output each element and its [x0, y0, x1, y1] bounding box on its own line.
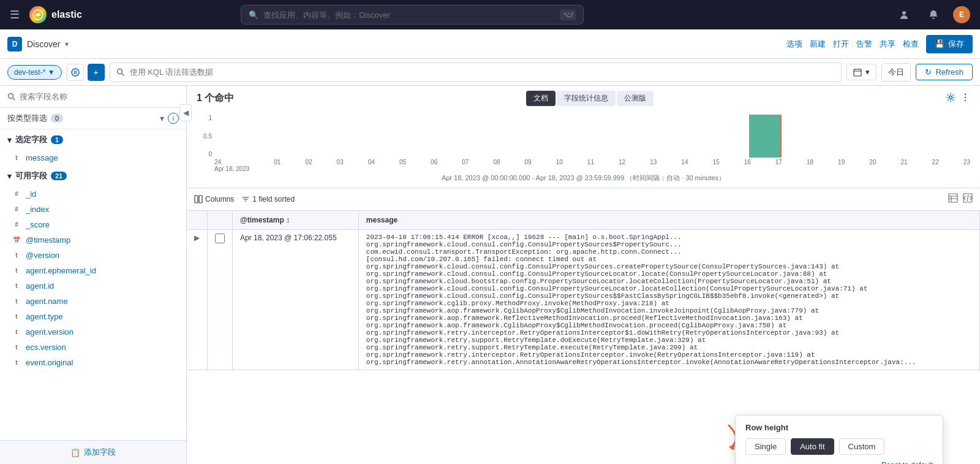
- save-icon: 💾: [935, 39, 944, 48]
- svg-point-3: [117, 69, 122, 74]
- refresh-icon: ↻: [925, 67, 932, 77]
- open-link[interactable]: 打开: [833, 39, 849, 50]
- sidebar-fields: ▾ 选定字段 1 t message ▾ 可用字段 21 # _id: [0, 129, 186, 440]
- histogram-bar-0: [214, 157, 245, 158]
- chart-area: 1 个命中 文档 字段统计信息 公测版 1: [187, 86, 980, 188]
- sidebar-search-input[interactable]: [20, 92, 179, 101]
- json-view-icon[interactable]: [963, 193, 973, 205]
- field-item-agent-type[interactable]: t agent.type: [0, 309, 186, 324]
- field-item-version[interactable]: t @version: [0, 248, 186, 263]
- field-item-_index[interactable]: # _index: [0, 202, 186, 217]
- kql-search-bar[interactable]: [110, 63, 842, 82]
- results-area: 1 个命中 文档 字段统计信息 公测版 1: [187, 86, 980, 464]
- field-item-agent-id[interactable]: t agent.id: [0, 278, 186, 294]
- app-bar: D Discover ▾ 选项 新建 打开 告警 共享 检查 💾 保存: [0, 29, 980, 59]
- top-navigation: ☰ elastic 🔍 ⌥/ E: [0, 0, 980, 29]
- histogram-bar-18: [782, 157, 813, 158]
- tab-beta[interactable]: 公测版: [617, 91, 654, 106]
- global-search-input[interactable]: [263, 10, 555, 20]
- histogram-bar-14: [655, 157, 685, 158]
- field-item-_id[interactable]: # _id: [0, 186, 186, 202]
- field-item-_score[interactable]: # _score: [0, 217, 186, 232]
- field-item-ecs-version[interactable]: t ecs.version: [0, 340, 186, 355]
- keyboard-shortcut: ⌥/: [560, 10, 576, 20]
- nav-icon-user[interactable]: [894, 5, 914, 25]
- histogram-bar-12: [592, 157, 623, 158]
- field-item-agent-name[interactable]: t agent.name: [0, 294, 186, 309]
- custom-option[interactable]: Custom: [839, 438, 885, 455]
- timestamp-col-header[interactable]: @timestamp ↕: [233, 211, 359, 230]
- sorted-button[interactable]: 1 field sorted: [241, 195, 295, 203]
- tab-field-stats[interactable]: 字段统计信息: [557, 91, 616, 106]
- refresh-button[interactable]: ↻ Refresh: [916, 64, 973, 80]
- nav-icon-bell[interactable]: [924, 5, 943, 25]
- options-link[interactable]: 选项: [786, 39, 802, 50]
- field-type-t: t: [12, 154, 21, 161]
- row-select-checkbox[interactable]: [215, 234, 225, 243]
- autofit-option[interactable]: Auto fit: [791, 438, 834, 455]
- histogram-bar-11: [560, 157, 591, 158]
- field-item-event-original[interactable]: t event.original: [0, 355, 186, 370]
- histogram-bar-23: [940, 157, 970, 158]
- filter-type-label: 按类型筛选 0: [7, 113, 63, 124]
- alerts-link[interactable]: 告警: [856, 39, 872, 50]
- svg-rect-11: [199, 196, 202, 203]
- field-name-message: message: [26, 153, 58, 162]
- date-picker-button[interactable]: ▾: [846, 64, 876, 80]
- field-item-timestamp[interactable]: 📅 @timestamp: [0, 232, 186, 248]
- row-expand-cell[interactable]: ▶: [187, 230, 208, 370]
- svg-point-7: [965, 93, 966, 94]
- histogram-bar-3: [309, 157, 339, 158]
- single-option[interactable]: Single: [745, 438, 786, 455]
- sidebar-search[interactable]: [0, 86, 186, 108]
- row-checkbox-cell[interactable]: [208, 230, 233, 370]
- table-view-icon[interactable]: [948, 193, 958, 205]
- table-view-icons: [948, 193, 973, 205]
- filter-type-info-icon[interactable]: i: [168, 113, 179, 124]
- svg-point-5: [9, 93, 13, 98]
- global-search[interactable]: 🔍 ⌥/: [241, 5, 584, 25]
- x-axis-labels: 24Apr 18, 2023 01 02 03 04 05 06 07 08 0…: [197, 159, 970, 172]
- available-fields-header: ▾ 可用字段 21: [7, 170, 67, 181]
- arrow-annotation: [692, 419, 741, 452]
- user-avatar[interactable]: E: [953, 6, 970, 23]
- selected-fields-section[interactable]: ▾ 选定字段 1: [0, 129, 186, 150]
- index-pattern-selector[interactable]: dev-test-* ▼: [7, 65, 62, 80]
- kql-input[interactable]: [130, 67, 835, 77]
- date-picker-chevron: ▾: [865, 67, 870, 77]
- svg-point-8: [965, 96, 966, 97]
- histogram-bar-15: [687, 157, 717, 158]
- table-row: ▶ Apr 18, 2023 @ 17:06:22.055 2023-04-18…: [187, 230, 980, 370]
- filter-type-chevron[interactable]: ▾: [160, 113, 164, 123]
- share-link[interactable]: 共享: [880, 39, 895, 50]
- tab-documents[interactable]: 文档: [526, 91, 556, 106]
- sidebar-collapse-button[interactable]: ◀: [179, 104, 192, 121]
- svg-rect-10: [195, 196, 198, 203]
- field-item-message[interactable]: t message: [0, 150, 186, 165]
- chart-options-icon[interactable]: [960, 93, 970, 105]
- chart-settings-icon[interactable]: [946, 93, 956, 105]
- elastic-logo[interactable]: elastic: [29, 6, 82, 23]
- hamburger-icon[interactable]: ☰: [10, 8, 20, 21]
- popup-title: Row height: [745, 423, 933, 432]
- add-filter-icon[interactable]: +: [88, 64, 105, 81]
- filter-bar-right: ▾ 今日 ↻ Refresh: [846, 63, 973, 82]
- new-link[interactable]: 新建: [810, 39, 826, 50]
- save-button[interactable]: 💾 保存: [926, 35, 973, 53]
- field-item-agent-version[interactable]: t agent.version: [0, 324, 186, 340]
- reset-to-default-link[interactable]: Reset to default: [745, 461, 933, 464]
- inspect-link[interactable]: 检查: [903, 39, 919, 50]
- timestamp-cell: Apr 18, 2023 @ 17:06:22.055: [233, 230, 359, 370]
- field-item-agent-ephemeral-id[interactable]: t agent.ephemeral_id: [0, 263, 186, 278]
- columns-button[interactable]: Columns: [194, 195, 234, 203]
- app-name[interactable]: Discover: [27, 39, 60, 49]
- message-col-header[interactable]: message: [358, 211, 979, 230]
- app-switcher-chevron[interactable]: ▾: [65, 40, 69, 48]
- histogram-y-labels: 1 0.5 0: [197, 115, 212, 158]
- add-field-button[interactable]: 📋 添加字段: [0, 440, 186, 464]
- today-button[interactable]: 今日: [881, 63, 911, 82]
- expand-row-icon[interactable]: ▶: [194, 234, 200, 242]
- filter-options-icon[interactable]: [67, 64, 84, 81]
- available-fields-section[interactable]: ▾ 可用字段 21: [0, 165, 186, 186]
- collapse-arrow-icon: ◀: [183, 108, 189, 117]
